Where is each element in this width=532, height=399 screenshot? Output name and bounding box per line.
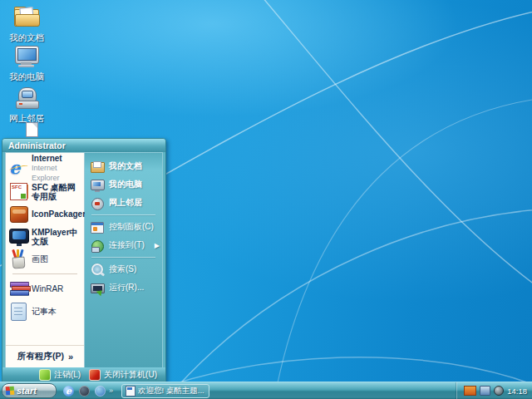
system-tray: 14:18 bbox=[456, 382, 532, 399]
shut-down-button[interactable]: 关闭计算机(U) bbox=[89, 369, 157, 381]
menu-item-paint[interactable]: 画图 bbox=[6, 248, 84, 270]
paint-icon bbox=[9, 249, 28, 268]
menu-item-label: 我的电脑 bbox=[109, 179, 142, 190]
control-panel-icon bbox=[91, 221, 105, 234]
display-settings-icon[interactable] bbox=[464, 386, 476, 396]
menu-separator bbox=[12, 273, 77, 274]
sfc-browser-icon: SFC bbox=[9, 182, 28, 201]
menu-item-label: 记事本 bbox=[32, 307, 57, 316]
menu-item-winrar[interactable]: WinRAR bbox=[6, 278, 84, 300]
connect-to-icon bbox=[91, 239, 105, 252]
taskbar-clock[interactable]: 14:18 bbox=[507, 387, 527, 396]
menu-item-label: WinRAR bbox=[32, 284, 63, 293]
menu-item-label: 画图 bbox=[32, 254, 48, 264]
taskbar: start e » 欢迎您! 桌酷主题... 14:18 bbox=[0, 382, 532, 399]
network-places-icon bbox=[91, 197, 105, 209]
start-menu-footer: 注销(L) 关闭计算机(U) bbox=[2, 367, 165, 382]
winrar-icon bbox=[9, 279, 28, 298]
menu-item-search[interactable]: 搜索(S) bbox=[85, 260, 162, 278]
network-places-icon bbox=[13, 87, 40, 112]
menu-item-label: 控制面板(C) bbox=[109, 221, 154, 233]
menu-item-network-places[interactable]: 网上邻居 bbox=[85, 194, 162, 212]
quick-launch-bar: e bbox=[63, 386, 106, 397]
shut-down-icon bbox=[89, 369, 101, 381]
kmplayer-icon[interactable] bbox=[79, 386, 90, 397]
shut-down-label: 关闭计算机(U) bbox=[104, 369, 157, 381]
log-off-button[interactable]: 注销(L) bbox=[39, 369, 81, 381]
my-documents-icon bbox=[13, 7, 40, 32]
menu-item-connect-to[interactable]: 连接到(T) ▶ bbox=[85, 236, 162, 254]
start-menu-user-banner: Administrator bbox=[2, 139, 165, 152]
menu-item-label: 搜索(S) bbox=[109, 264, 136, 275]
menu-item-label: KMPlayer中文版 bbox=[32, 228, 82, 246]
network-status-icon[interactable] bbox=[480, 386, 490, 396]
desktop-icon-my-computer[interactable]: 我的电脑 bbox=[0, 44, 53, 81]
document-file-icon[interactable] bbox=[26, 122, 38, 137]
menu-separator bbox=[91, 214, 155, 215]
windows-flag-icon bbox=[6, 387, 15, 396]
menu-item-run[interactable]: 运行(R)... bbox=[85, 278, 162, 297]
menu-item-label: 网上邻居 bbox=[109, 197, 142, 209]
all-programs-label: 所有程序(P) bbox=[17, 351, 64, 362]
webpage-icon bbox=[126, 386, 135, 397]
menu-item-label: IconPackager bbox=[32, 209, 86, 219]
log-off-icon bbox=[39, 369, 51, 381]
menu-item-internet[interactable]: e Internet Internet Explorer bbox=[6, 155, 84, 180]
start-button[interactable]: start bbox=[2, 383, 57, 398]
task-button-label: 欢迎您! 桌酷主题... bbox=[138, 386, 204, 397]
desktop-icon-label: 我的电脑 bbox=[0, 72, 53, 81]
menu-separator bbox=[91, 257, 155, 258]
desktop: 我的文档 我的电脑 网上邻居 Administrator e Internet … bbox=[0, 0, 532, 399]
my-computer-icon bbox=[91, 179, 105, 191]
submenu-arrow-icon: ▶ bbox=[155, 242, 160, 249]
menu-item-control-panel[interactable]: 控制面板(C) bbox=[85, 218, 162, 236]
desktop-icon-network-places[interactable]: 网上邻居 bbox=[0, 86, 53, 123]
menu-item-sublabel: Internet Explorer bbox=[32, 164, 60, 182]
search-icon bbox=[91, 264, 105, 276]
start-menu-right-column: 我的文档 我的电脑 网上邻居 控制面板(C) 连接到(T) bbox=[85, 152, 163, 367]
internet-explorer-icon: e bbox=[9, 159, 28, 178]
menu-item-kmplayer[interactable]: KMPlayer中文版 bbox=[6, 225, 84, 248]
my-computer-icon bbox=[13, 46, 40, 71]
messenger-icon[interactable] bbox=[95, 386, 106, 397]
menu-item-sfc[interactable]: SFC SFC 桌酷网专用版 bbox=[6, 180, 84, 203]
start-menu-left-column: e Internet Internet Explorer SFC SFC 桌酷网… bbox=[5, 152, 85, 367]
menu-item-label: SFC 桌酷网专用版 bbox=[32, 183, 82, 201]
task-button-zhuoku[interactable]: 欢迎您! 桌酷主题... bbox=[121, 384, 209, 398]
desktop-icon-my-documents[interactable]: 我的文档 bbox=[0, 4, 53, 42]
quick-launch-chevron-icon[interactable]: » bbox=[109, 387, 113, 395]
menu-item-my-documents[interactable]: 我的文档 bbox=[85, 157, 162, 175]
menu-item-my-computer[interactable]: 我的电脑 bbox=[85, 175, 162, 194]
double-chevron-icon: » bbox=[68, 352, 72, 362]
desktop-icon-label: 我的文档 bbox=[0, 33, 53, 42]
notepad-icon bbox=[9, 302, 28, 321]
run-icon bbox=[91, 282, 105, 294]
internet-explorer-icon[interactable]: e bbox=[63, 386, 74, 397]
all-programs-button[interactable]: 所有程序(P) » bbox=[6, 345, 84, 367]
kmplayer-icon bbox=[9, 227, 28, 246]
menu-item-label: 连接到(T) bbox=[109, 239, 145, 251]
iconpackager-icon bbox=[9, 204, 28, 224]
volume-icon[interactable] bbox=[494, 386, 504, 396]
menu-item-label: Internet bbox=[32, 154, 62, 163]
menu-item-iconpackager[interactable]: IconPackager bbox=[6, 203, 84, 225]
log-off-label: 注销(L) bbox=[54, 369, 81, 381]
start-button-label: start bbox=[17, 386, 37, 396]
my-documents-icon bbox=[91, 160, 105, 173]
start-menu: Administrator e Internet Internet Explor… bbox=[2, 138, 166, 383]
menu-item-label: 运行(R)... bbox=[109, 282, 144, 293]
menu-item-label: 我的文档 bbox=[109, 160, 142, 172]
menu-item-notepad[interactable]: 记事本 bbox=[6, 300, 84, 323]
